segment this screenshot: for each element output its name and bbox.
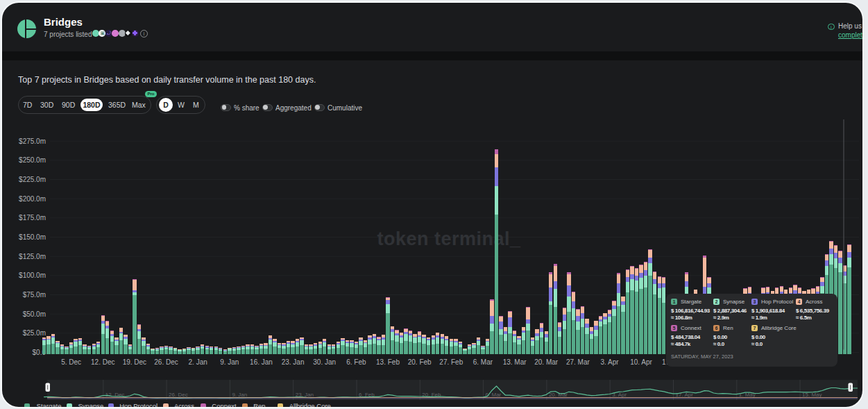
svg-text:$200.0m: $200.0m bbox=[19, 195, 46, 203]
svg-text:6. Mar: 6. Mar bbox=[486, 392, 502, 398]
svg-text:$125.0m: $125.0m bbox=[19, 253, 46, 260]
svg-text:5. Dec: 5. Dec bbox=[61, 358, 81, 366]
svg-text:token terminal_: token terminal_ bbox=[377, 228, 521, 249]
svg-text:16. Jan: 16. Jan bbox=[250, 358, 273, 366]
svg-text:26. Dec: 26. Dec bbox=[154, 358, 178, 366]
svg-text:$100.0m: $100.0m bbox=[19, 272, 46, 279]
svg-text:6. Mar: 6. Mar bbox=[473, 358, 493, 366]
svg-text:$150.0m: $150.0m bbox=[19, 233, 46, 241]
svg-text:$75.0m: $75.0m bbox=[23, 291, 46, 299]
svg-text:$50.0m: $50.0m bbox=[23, 310, 46, 318]
svg-text:$25.0m: $25.0m bbox=[23, 329, 46, 337]
svg-text:12. Dec: 12. Dec bbox=[91, 358, 114, 366]
svg-text:20. Mar: 20. Mar bbox=[534, 358, 559, 366]
svg-text:2. Jan: 2. Jan bbox=[189, 358, 207, 366]
svg-text:27. Mar: 27. Mar bbox=[566, 358, 590, 366]
svg-text:30. Jan: 30. Jan bbox=[313, 358, 336, 366]
svg-text:19. Dec: 19. Dec bbox=[123, 358, 146, 366]
svg-text:13. Feb: 13. Feb bbox=[376, 358, 400, 366]
svg-text:26. Dec: 26. Dec bbox=[169, 392, 188, 398]
svg-text:6. Feb: 6. Feb bbox=[346, 358, 366, 366]
svg-text:20. Feb: 20. Feb bbox=[408, 358, 432, 366]
svg-text:27. Feb: 27. Feb bbox=[439, 358, 463, 366]
svg-text:12. Dec: 12. Dec bbox=[105, 392, 125, 398]
svg-text:$225.0m: $225.0m bbox=[19, 176, 46, 183]
svg-text:9. Jan: 9. Jan bbox=[232, 392, 247, 398]
svg-text:3. Apr: 3. Apr bbox=[600, 358, 619, 366]
svg-text:9. Jan: 9. Jan bbox=[220, 358, 239, 366]
svg-text:10. Apr: 10. Apr bbox=[630, 358, 652, 366]
svg-text:13. Mar: 13. Mar bbox=[503, 358, 527, 366]
svg-text:$175.0m: $175.0m bbox=[19, 214, 46, 222]
svg-text:$250.0m: $250.0m bbox=[19, 156, 46, 164]
svg-text:23. Jan: 23. Jan bbox=[282, 358, 305, 366]
svg-text:$275.0m: $275.0m bbox=[19, 137, 46, 145]
